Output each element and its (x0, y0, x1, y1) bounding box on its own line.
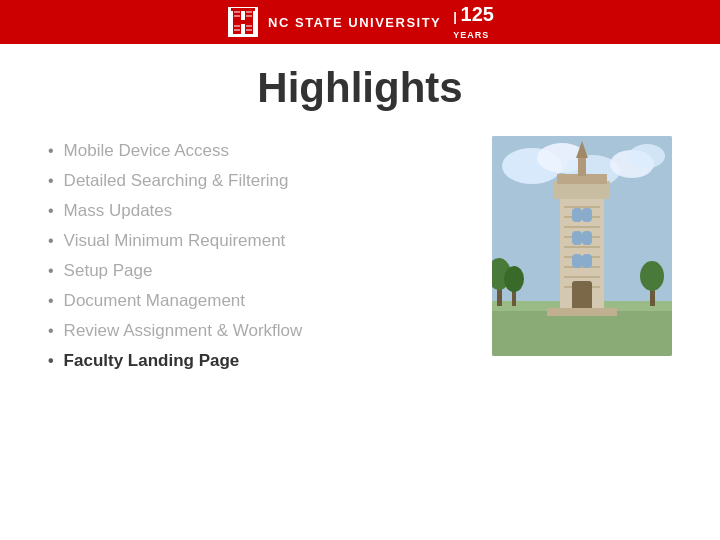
bullet-item: •Setup Page (48, 256, 472, 286)
highlights-list: •Mobile Device Access•Detailed Searching… (48, 136, 472, 520)
slide-title: Highlights (48, 64, 672, 112)
bullet-text: Detailed Searching & Filtering (64, 171, 289, 191)
bullet-text: Review Assignment & Workflow (64, 321, 303, 341)
bullet-dot-icon: • (48, 292, 54, 310)
svg-rect-40 (572, 208, 582, 222)
main-body: •Mobile Device Access•Detailed Searching… (48, 136, 672, 520)
svg-rect-41 (582, 208, 592, 222)
svg-rect-45 (582, 254, 592, 268)
bullet-dot-icon: • (48, 142, 54, 160)
bullet-item: •Faculty Landing Page (48, 346, 472, 376)
bullet-item: •Review Assignment & Workflow (48, 316, 472, 346)
tower-image (492, 136, 672, 356)
university-name-text: NC STATE UNIVERSITY (268, 15, 441, 30)
bullet-dot-icon: • (48, 172, 54, 190)
header-bar: NC STATE UNIVERSITY | 125 YEARS (0, 0, 720, 44)
svg-rect-46 (572, 281, 592, 311)
svg-rect-7 (246, 15, 252, 17)
bullet-text: Faculty Landing Page (64, 351, 240, 371)
svg-point-25 (640, 261, 664, 291)
bullet-item: •Document Management (48, 286, 472, 316)
bullet-item: •Visual Minimum Requirement (48, 226, 472, 256)
bullet-text: Visual Minimum Requirement (64, 231, 286, 251)
svg-rect-10 (234, 29, 240, 31)
bullet-dot-icon: • (48, 232, 54, 250)
bullet-text: Setup Page (64, 261, 153, 281)
svg-rect-29 (564, 226, 600, 228)
svg-rect-44 (572, 254, 582, 268)
bullet-item: •Mass Updates (48, 196, 472, 226)
svg-rect-47 (547, 308, 617, 316)
bullet-dot-icon: • (48, 202, 54, 220)
svg-rect-4 (234, 11, 240, 13)
svg-point-17 (629, 144, 665, 168)
bullet-text: Document Management (64, 291, 245, 311)
svg-rect-8 (234, 25, 240, 27)
svg-rect-34 (564, 276, 600, 278)
svg-rect-5 (246, 11, 252, 13)
svg-rect-43 (582, 231, 592, 245)
svg-point-23 (504, 266, 524, 292)
bullet-dot-icon: • (48, 322, 54, 340)
svg-rect-3 (231, 8, 255, 11)
university-logo: NC STATE UNIVERSITY | 125 YEARS (226, 3, 494, 41)
nc-state-logo-icon (226, 5, 260, 39)
svg-rect-27 (564, 206, 600, 208)
university-years-text: | 125 YEARS (453, 3, 494, 41)
slide: NC STATE UNIVERSITY | 125 YEARS Highligh… (0, 0, 720, 540)
slide-content: Highlights •Mobile Device Access•Detaile… (0, 44, 720, 540)
bullet-item: •Mobile Device Access (48, 136, 472, 166)
svg-rect-2 (233, 20, 253, 24)
svg-rect-11 (246, 29, 252, 31)
svg-rect-6 (234, 15, 240, 17)
svg-rect-42 (572, 231, 582, 245)
bullet-text: Mass Updates (64, 201, 173, 221)
svg-rect-32 (564, 256, 600, 258)
svg-rect-33 (564, 266, 600, 268)
bullet-dot-icon: • (48, 262, 54, 280)
svg-rect-31 (564, 246, 600, 248)
bullet-item: •Detailed Searching & Filtering (48, 166, 472, 196)
svg-rect-9 (246, 25, 252, 27)
bullet-dot-icon: • (48, 352, 54, 370)
bullet-text: Mobile Device Access (64, 141, 229, 161)
